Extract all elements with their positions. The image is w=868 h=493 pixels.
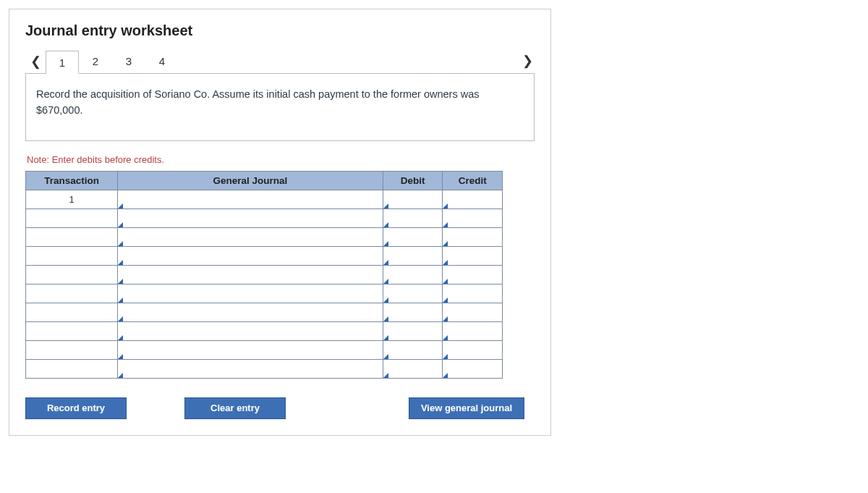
page-title: Journal entry worksheet [25,22,535,39]
table-row [26,359,503,378]
table-row [26,208,503,227]
tab-2[interactable]: 2 [79,50,112,73]
table-row [26,265,503,284]
debit-cell[interactable] [383,246,443,265]
credit-cell[interactable] [443,190,503,208]
table-row: 1 [26,190,503,208]
tab-3[interactable]: 3 [112,50,145,73]
transaction-cell[interactable] [26,246,118,265]
debit-cell[interactable] [383,190,443,208]
tab-4[interactable]: 4 [145,50,179,73]
debit-cell[interactable] [383,208,443,227]
transaction-cell[interactable]: 1 [26,190,118,208]
credit-cell[interactable] [443,284,503,303]
debit-cell[interactable] [383,284,443,303]
general-journal-cell[interactable] [118,190,383,208]
table-row [26,284,503,303]
debit-cell[interactable] [383,359,443,378]
table-row [26,246,503,265]
credit-cell[interactable] [443,321,503,340]
chevron-left-icon: ❮ [30,54,41,69]
tab-bar: ❮ 1 2 3 4 ❯ [25,49,535,74]
debit-cell[interactable] [383,227,443,246]
credit-cell[interactable] [443,359,503,378]
next-arrow[interactable]: ❯ [517,49,537,72]
worksheet-panel: Journal entry worksheet ❮ 1 2 3 4 ❯ Reco… [9,9,551,436]
note-text: Note: Enter debits before credits. [27,154,535,165]
credit-cell[interactable] [443,227,503,246]
chevron-right-icon: ❯ [522,53,533,69]
col-header-credit: Credit [443,171,503,190]
button-row: Record entry Clear entry View general jo… [25,397,524,419]
transaction-cell[interactable] [26,340,118,359]
credit-cell[interactable] [443,340,503,359]
tab-1[interactable]: 1 [46,51,79,74]
transaction-cell[interactable] [26,284,118,303]
general-journal-cell[interactable] [118,284,383,303]
table-row [26,227,503,246]
transaction-cell[interactable] [26,303,118,321]
credit-cell[interactable] [443,303,503,321]
col-header-general-journal: General Journal [118,171,383,190]
view-general-journal-button[interactable]: View general journal [409,397,524,419]
credit-cell[interactable] [443,208,503,227]
journal-table: Transaction General Journal Debit Credit… [25,171,503,379]
debit-cell[interactable] [383,321,443,340]
debit-cell[interactable] [383,265,443,284]
transaction-cell[interactable] [26,227,118,246]
general-journal-cell[interactable] [118,246,383,265]
table-row [26,340,503,359]
transaction-cell[interactable] [26,265,118,284]
clear-entry-button[interactable]: Clear entry [184,397,286,419]
table-row [26,303,503,321]
general-journal-cell[interactable] [118,359,383,378]
transaction-cell[interactable] [26,208,118,227]
general-journal-cell[interactable] [118,321,383,340]
general-journal-cell[interactable] [118,265,383,284]
transaction-cell[interactable] [26,359,118,378]
general-journal-cell[interactable] [118,303,383,321]
debit-cell[interactable] [383,340,443,359]
debit-cell[interactable] [383,303,443,321]
credit-cell[interactable] [443,265,503,284]
col-header-debit: Debit [383,171,443,190]
record-entry-button[interactable]: Record entry [25,397,127,419]
instruction-box: Record the acquisition of Soriano Co. As… [25,74,535,141]
general-journal-cell[interactable] [118,208,383,227]
credit-cell[interactable] [443,246,503,265]
prev-arrow[interactable]: ❮ [25,50,46,73]
table-header-row: Transaction General Journal Debit Credit [26,171,503,190]
col-header-transaction: Transaction [26,171,118,190]
transaction-cell[interactable] [26,321,118,340]
general-journal-cell[interactable] [118,340,383,359]
general-journal-cell[interactable] [118,227,383,246]
table-row [26,321,503,340]
